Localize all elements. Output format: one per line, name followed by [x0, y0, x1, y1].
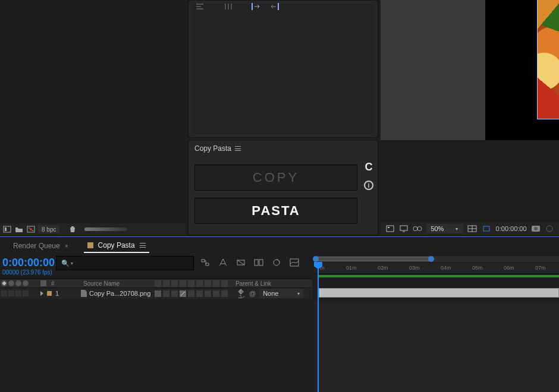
time-ruler[interactable]: m 01m 02m 03m 04m 05m 06m 07m: [314, 263, 559, 274]
composition-viewer[interactable]: [381, 0, 559, 140]
ruler-tick: 07m: [535, 265, 546, 271]
switch-collapse[interactable]: [221, 290, 228, 297]
project-thumb-slider[interactable]: [84, 227, 127, 231]
new-folder-icon[interactable]: [14, 225, 24, 233]
time-navigator[interactable]: [314, 256, 559, 262]
new-comp-icon[interactable]: [26, 225, 36, 233]
ruler-tick: 06m: [504, 265, 514, 271]
switch-solo[interactable]: [171, 290, 178, 297]
solo-column-icon[interactable]: [15, 280, 21, 286]
close-icon[interactable]: ×: [65, 243, 68, 249]
trash-icon[interactable]: [68, 225, 77, 233]
region-of-interest-icon[interactable]: [482, 225, 491, 233]
timeline-graph[interactable]: m 01m 02m 03m 04m 05m 06m 07m: [314, 254, 559, 392]
info-icon[interactable]: i: [364, 181, 373, 190]
chevron-down-icon: ▾: [71, 261, 73, 266]
lock-toggle[interactable]: [23, 290, 29, 296]
label-color-swatch[interactable]: [47, 291, 52, 296]
viewer-footer: 50% ▾ 0:00:00:00: [381, 222, 559, 235]
interpret-footage-icon[interactable]: [2, 225, 12, 233]
eye-toggle[interactable]: [1, 290, 7, 296]
tab-copy-pasta[interactable]: Copy Pasta: [84, 239, 149, 253]
zoom-dropdown[interactable]: 50% ▾: [427, 224, 463, 233]
panel-menu-icon[interactable]: [235, 146, 241, 151]
label-column-icon[interactable]: [40, 280, 46, 286]
work-area-bar[interactable]: [319, 275, 559, 277]
layer-index: 1: [55, 290, 59, 297]
timeline-body[interactable]: [314, 301, 559, 392]
upper-center-panel: [188, 0, 378, 138]
svg-rect-1: [5, 227, 7, 231]
audio-column-icon[interactable]: [8, 280, 14, 286]
svg-rect-7: [388, 227, 390, 228]
tab-render-queue[interactable]: Render Queue ×: [10, 239, 72, 253]
svg-rect-15: [255, 260, 258, 265]
grid-icon[interactable]: [385, 225, 394, 233]
mask-toggle-icon[interactable]: [413, 225, 422, 233]
zoom-value: 50%: [431, 225, 444, 232]
pickwhip-icon[interactable]: �તે: [237, 289, 244, 299]
playhead[interactable]: [318, 262, 319, 392]
tab-label: Render Queue: [13, 242, 60, 250]
twirl-icon[interactable]: [40, 291, 43, 296]
search-icon: 🔍: [61, 260, 70, 267]
svg-point-5: [32, 230, 33, 231]
switch-audio[interactable]: [163, 290, 169, 297]
draft-3d-icon[interactable]: [218, 257, 228, 268]
svg-rect-12: [483, 226, 489, 231]
brand-c-icon[interactable]: C: [365, 161, 373, 173]
lock-column-icon[interactable]: [23, 280, 29, 286]
layer-bar[interactable]: [319, 288, 559, 298]
resolution-icon[interactable]: [467, 225, 477, 233]
time-navigator-range[interactable]: [315, 257, 432, 261]
switch-frame-blend[interactable]: [188, 290, 194, 297]
svg-rect-16: [259, 260, 263, 265]
shy-icon[interactable]: [235, 257, 246, 268]
snapshot-icon[interactable]: [532, 225, 541, 233]
bit-depth-button[interactable]: 8 bpc: [38, 225, 59, 233]
comp-flowchart-icon[interactable]: [200, 257, 211, 268]
pasta-button-label: PASTA: [252, 203, 300, 219]
switch-motion-blur[interactable]: [196, 290, 203, 297]
chevron-down-icon: ▾: [456, 226, 458, 232]
tab-label: Copy Pasta: [98, 241, 135, 249]
parent-link-column[interactable]: Parent & Link: [232, 280, 303, 287]
footage-thumbnail[interactable]: [538, 0, 559, 119]
ruler-tick: 04m: [441, 265, 451, 271]
monitor-icon[interactable]: [399, 225, 408, 233]
layer-row[interactable]: 1 Copy Pa...20708.png �તે @ None ▾: [0, 288, 312, 299]
distribute-icon[interactable]: [223, 3, 234, 10]
switch-3d[interactable]: [213, 290, 219, 297]
motion-blur-icon[interactable]: [271, 257, 282, 268]
switch-adjustment[interactable]: [205, 290, 211, 297]
image-file-icon: [81, 290, 87, 297]
eye-column-icon[interactable]: [1, 280, 7, 286]
solo-toggle[interactable]: [15, 290, 21, 296]
navigator-end-handle[interactable]: [428, 256, 434, 262]
source-name-column[interactable]: Source Name: [80, 280, 153, 287]
navigator-start-handle[interactable]: [313, 256, 319, 262]
ruler-tick: 02m: [378, 265, 388, 271]
current-time[interactable]: 0:00:00:00: [0, 257, 55, 269]
parent-dropdown[interactable]: None ▾: [259, 289, 303, 298]
copy-button[interactable]: COPY: [194, 165, 357, 191]
pickwhip-icon[interactable]: @: [249, 290, 256, 297]
snap-left-icon[interactable]: [252, 3, 262, 10]
pasta-button[interactable]: PASTA: [194, 198, 357, 224]
snap-right-icon[interactable]: [268, 3, 279, 10]
show-snapshot-icon[interactable]: [545, 225, 554, 233]
timeline-search[interactable]: 🔍 ▾: [56, 256, 194, 270]
ruler-tick: 05m: [472, 265, 483, 271]
frame-blend-icon[interactable]: [253, 257, 264, 268]
graph-editor-icon[interactable]: [289, 257, 300, 268]
panel-menu-icon[interactable]: [140, 243, 146, 248]
project-panel: [0, 0, 186, 226]
viewer-timecode[interactable]: 0:00:00:00: [496, 225, 527, 232]
layer-name[interactable]: Copy Pa...20708.png: [89, 290, 150, 297]
switch-video[interactable]: [155, 290, 161, 297]
svg-rect-6: [387, 226, 394, 232]
align-icon[interactable]: [194, 3, 205, 10]
index-column: #: [51, 280, 55, 287]
audio-toggle[interactable]: [8, 290, 14, 296]
switch-effects[interactable]: [180, 290, 186, 297]
